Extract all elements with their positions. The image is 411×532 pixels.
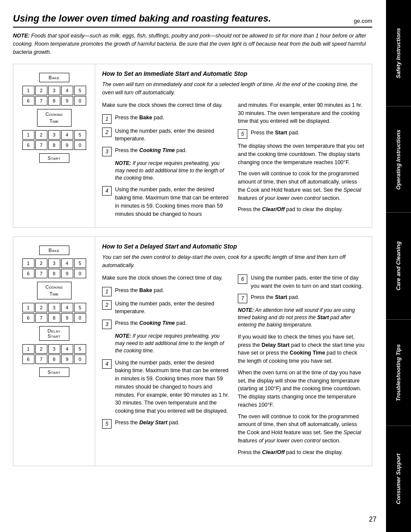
- cooking-time-pad-1: Cooking Time: [37, 109, 72, 127]
- num-cell: 2: [35, 86, 47, 95]
- step-num: 2: [102, 128, 112, 137]
- num-cell: 8: [48, 140, 60, 150]
- section2-right-p3: The oven will continue to cook for the p…: [238, 413, 365, 445]
- num-cell: 0: [74, 140, 86, 150]
- main-content: Using the lower oven timed baking and ro…: [0, 0, 385, 488]
- step-text: Press the Bake pad.: [115, 114, 229, 122]
- page-number: 27: [369, 516, 377, 523]
- diagram2: Bake 1 2 3 4 5 6 7 8 9 0 Cooking Time 1 …: [13, 237, 95, 466]
- section2-right: 6 Using the number pads, enter the time …: [238, 274, 365, 460]
- num-cell: 9: [61, 269, 73, 278]
- cooking-time-pad-2: Cooking Time: [37, 282, 72, 299]
- num-cell: 0: [74, 96, 86, 106]
- section1-wrapper: Bake 1 2 3 4 5 6 7 8 9 0 Cooking Time 1 …: [13, 64, 372, 228]
- sidebar-label-consumer: Consumer Support: [395, 454, 402, 504]
- section2-title: How to Set a Delayed Start and Automatic…: [102, 243, 365, 250]
- section2-right-p1: If you would like to check the times you…: [238, 333, 365, 365]
- num-cell: 6: [22, 355, 34, 364]
- num-cell: 6: [22, 313, 34, 323]
- step-num: 6: [238, 274, 247, 284]
- section2-instructions: How to Set a Delayed Start and Automatic…: [95, 237, 372, 466]
- num-cell: 1: [22, 86, 34, 95]
- site-text: ge.com: [354, 18, 372, 24]
- num-cell: 2: [35, 303, 47, 312]
- step-text: Press the Cooking Time pad.: [115, 319, 229, 327]
- num-cell: 2: [35, 130, 47, 140]
- step-text: Using the number pads, enter the desired…: [115, 127, 229, 143]
- section1-title: How to Set an Immediate Start and Automa…: [102, 70, 365, 77]
- num-cell: 2: [35, 344, 47, 354]
- note-text: Foods that spoil easily—such as milk, eg…: [13, 33, 366, 55]
- num-cell: 6: [22, 140, 34, 150]
- num-cell: 1: [22, 130, 34, 140]
- step-num: 5: [102, 419, 112, 429]
- section1-subtitle: The oven will turn on immediately and co…: [102, 81, 365, 97]
- step-1-2: 2 Using the number pads, enter the desir…: [102, 127, 229, 143]
- top-note: NOTE: Foods that spoil easily—such as mi…: [13, 32, 372, 56]
- step-num: 2: [102, 300, 112, 310]
- num-cell: 4: [61, 303, 73, 312]
- num-cell: 3: [48, 258, 60, 268]
- num-cell: 9: [61, 313, 73, 323]
- section2-subtitle: You can set the oven control to delay-st…: [102, 253, 365, 270]
- num-cell: 7: [35, 96, 47, 106]
- num-cell: 5: [74, 258, 86, 268]
- step-text: Press the Delay Start pad.: [115, 419, 229, 427]
- make-sure-1: Make sure the clock shows the correct ti…: [102, 101, 229, 109]
- num-cell: 3: [48, 303, 60, 312]
- step-text: Press the Bake pad.: [115, 286, 229, 295]
- start-pad-2: Start: [39, 367, 69, 377]
- num-cell: 7: [35, 269, 47, 278]
- step-text: Using the number pads, enter the desired…: [115, 359, 229, 415]
- section2-two-col: Make sure the clock shows the correct ti…: [102, 274, 365, 460]
- step-1-5: 5 Press the Start pad.: [238, 129, 365, 139]
- note-inline-1: NOTE: If your recipe requires preheating…: [115, 160, 229, 181]
- num-grid-1b: 1 2 3 4 5 6 7 8 9 0: [22, 130, 86, 150]
- page-title: Using the lower oven timed baking and ro…: [13, 13, 372, 28]
- num-grid-1a: 1 2 3 4 5 6 7 8 9 0: [22, 86, 86, 106]
- num-cell: 5: [74, 86, 86, 95]
- num-cell: 9: [61, 355, 73, 364]
- step-num: 1: [102, 287, 112, 296]
- section1-right-p4: Press the Clear/Off pad to clear the dis…: [238, 205, 365, 214]
- step-2-5: 5 Press the Delay Start pad.: [102, 419, 229, 429]
- delay-start-pad-2: Delay Start: [39, 326, 69, 341]
- step-2-2: 2 Using the number pads, enter the desir…: [102, 300, 229, 316]
- num-cell: 2: [35, 258, 47, 268]
- section1-two-col: Make sure the clock shows the correct ti…: [102, 101, 365, 222]
- step-num: 3: [102, 147, 112, 156]
- step-1-1: 1 Press the Bake pad.: [102, 114, 229, 124]
- step-num: 4: [102, 359, 112, 369]
- section2-right-p4: Press the Clear/Off pad to clear the dis…: [238, 448, 365, 457]
- step-num: 5: [238, 129, 247, 139]
- step-2-1: 1 Press the Bake pad.: [102, 286, 229, 296]
- num-cell: 5: [74, 344, 86, 354]
- num-cell: 7: [35, 313, 47, 323]
- num-cell: 0: [74, 269, 86, 278]
- num-cell: 8: [48, 269, 60, 278]
- num-cell: 8: [48, 355, 60, 364]
- sidebar-item-consumer: Consumer Support: [386, 426, 411, 532]
- section1-right-p3: The oven will continue to cook for the p…: [238, 170, 365, 202]
- num-cell: 0: [74, 355, 86, 364]
- step-num: 7: [238, 294, 247, 303]
- num-cell: 1: [22, 258, 34, 268]
- num-cell: 5: [74, 130, 86, 140]
- bake-pad-2: Bake: [39, 246, 69, 255]
- num-cell: 9: [61, 96, 73, 106]
- step-text: Using the number pads, enter the desired…: [115, 186, 229, 218]
- num-cell: 9: [61, 140, 73, 150]
- note-label: NOTE:: [13, 33, 30, 39]
- num-cell: 4: [61, 86, 73, 95]
- section2-wrapper: Bake 1 2 3 4 5 6 7 8 9 0 Cooking Time 1 …: [13, 236, 372, 466]
- num-cell: 3: [48, 130, 60, 140]
- num-cell: 8: [48, 96, 60, 106]
- sidebar-item-troubleshooting: Troubleshooting Tips: [386, 320, 411, 426]
- note-inline-2: NOTE: If your recipe requires preheating…: [115, 333, 229, 354]
- num-cell: 8: [48, 313, 60, 323]
- note-inline-3: NOTE: An attention tone will sound if yo…: [238, 307, 365, 328]
- sidebar-label-safety: Safety Instructions: [395, 28, 402, 78]
- start-pad-1: Start: [39, 153, 69, 163]
- num-cell: 7: [35, 140, 47, 150]
- num-cell: 1: [22, 303, 34, 312]
